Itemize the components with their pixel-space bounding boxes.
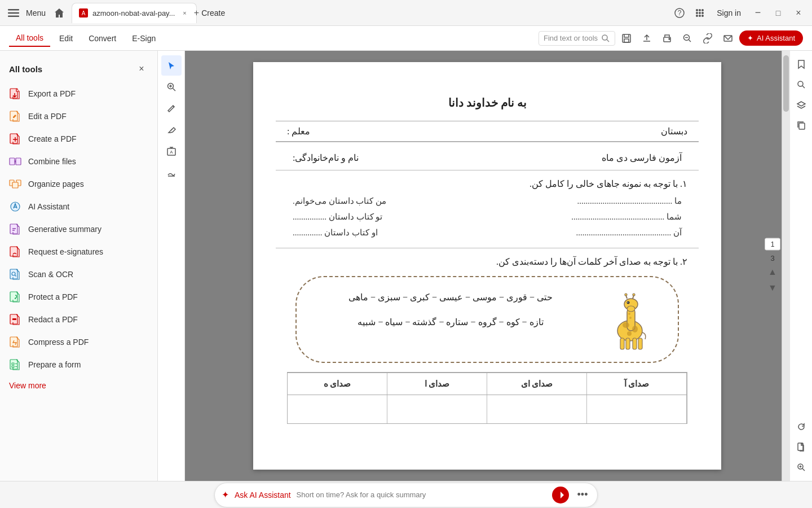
sidebar-item-create-pdf[interactable]: Create a PDF <box>0 128 157 150</box>
svg-text:?: ? <box>678 9 682 17</box>
right-panel-copy-btn[interactable] <box>792 116 810 134</box>
sidebar-item-export-pdf[interactable]: Export a PDF <box>0 82 157 105</box>
pdf-scroll-area[interactable]: به نام خداوند دانا دبستان معلم : آزمون ف… <box>185 51 789 481</box>
ai-chat-box[interactable]: ✦ Ask AI Assistant ••• <box>214 483 598 507</box>
sidebar-item-compress-pdf[interactable]: Compress a PDF <box>0 331 157 353</box>
pdf-fill-row-3: آن .....................................… <box>287 227 687 238</box>
pdf-fill-left-3: آن .....................................… <box>576 227 682 238</box>
zoom-tool-button[interactable] <box>161 77 182 97</box>
link-button[interactable] <box>699 29 717 47</box>
pdf-cell-a-1 <box>587 395 687 423</box>
svg-line-48 <box>173 89 175 91</box>
browser-tab[interactable]: A azmoon-nobat-aval-pay... × <box>72 3 197 23</box>
sidebar-item-generative-summary[interactable]: Generative summary <box>0 218 157 240</box>
scroll-down-button[interactable]: ▼ <box>766 282 779 294</box>
signature-tool-button[interactable] <box>161 163 182 183</box>
svg-point-8 <box>696 12 698 14</box>
pdf-cloud-box: حتی − قوری − موسی − عیسی − کبری − سبزی −… <box>295 276 679 363</box>
mini-tool-panel: A <box>158 51 185 481</box>
text-tool-button[interactable]: A <box>161 141 182 161</box>
pdf-page: به نام خداوند دانا دبستان معلم : آزمون ف… <box>253 62 721 470</box>
zoom-button[interactable] <box>678 29 696 47</box>
pencil-tool-button[interactable] <box>161 98 182 119</box>
pdf-cell-alef-1 <box>387 395 487 423</box>
tab-edit[interactable]: Edit <box>52 30 80 46</box>
svg-rect-16 <box>623 34 630 42</box>
sidebar-item-request-e-signatures[interactable]: Request e-signatures <box>0 240 157 263</box>
sidebar-item-edit-pdf[interactable]: Edit a PDF <box>0 105 157 128</box>
ai-send-button[interactable] <box>552 487 569 503</box>
right-panel-search-btn[interactable] <box>792 76 810 94</box>
scroll-up-button[interactable]: ▲ <box>766 266 779 278</box>
pdf-table-row-empty <box>288 395 687 423</box>
svg-line-75 <box>802 86 805 88</box>
edit-pdf-icon <box>9 110 21 122</box>
sidebar-item-scan-ocr[interactable]: Scan & OCR <box>0 263 157 286</box>
home-button[interactable] <box>51 5 67 21</box>
browser-actions: ? Sign in − □ × <box>672 5 806 21</box>
svg-line-15 <box>607 40 609 42</box>
ai-chat-label: Ask AI Assistant <box>235 491 291 500</box>
email-button[interactable] <box>719 29 737 47</box>
svg-point-9 <box>699 12 701 14</box>
combine-files-label: Combine files <box>28 157 76 166</box>
view-more-link[interactable]: View more <box>0 376 157 395</box>
print-button[interactable] <box>658 29 676 47</box>
pdf-fill-row-2: شما ....................................… <box>287 212 687 222</box>
svg-rect-71 <box>638 338 642 349</box>
sign-in-button[interactable]: Sign in <box>712 6 745 20</box>
sidebar-item-ai-assistant[interactable]: AI Assistant <box>0 195 157 218</box>
select-tool-button[interactable] <box>161 55 182 76</box>
pdf-col-he: صدای ه <box>288 373 387 395</box>
ai-icon: ✦ <box>747 34 753 42</box>
save-button[interactable] <box>617 29 636 47</box>
sidebar-item-prepare-form[interactable]: Prepare a form <box>0 353 157 376</box>
right-panel-bookmark-btn[interactable] <box>792 55 810 73</box>
protect-pdf-icon <box>9 291 21 303</box>
maximize-button[interactable]: □ <box>770 5 786 21</box>
svg-point-65 <box>623 322 629 328</box>
close-window-button[interactable]: × <box>791 5 806 21</box>
find-text-box[interactable]: Find text or tools <box>539 31 615 46</box>
scrollbar-thumb[interactable] <box>783 55 789 112</box>
svg-rect-41 <box>10 337 17 347</box>
upload-button[interactable] <box>638 29 656 47</box>
right-panel-refresh-btn[interactable] <box>792 418 810 436</box>
svg-rect-40 <box>12 318 16 320</box>
minimize-button[interactable]: − <box>750 5 766 21</box>
svg-rect-0 <box>8 9 19 11</box>
browser-menu-button[interactable] <box>6 5 21 21</box>
scrollbar-track[interactable] <box>782 51 789 481</box>
apps-button[interactable] <box>692 5 708 21</box>
right-panel-layer-btn[interactable] <box>792 96 810 114</box>
svg-point-73 <box>629 317 632 319</box>
pdf-q1-text: ۱. با توجه به نمونه جاهای خالی را کامل ک… <box>287 178 687 189</box>
tab-close-button[interactable]: × <box>179 8 189 18</box>
sidebar-close-button[interactable]: × <box>135 62 148 76</box>
right-panel-doc-btn[interactable] <box>792 438 810 456</box>
help-button[interactable]: ? <box>672 5 687 21</box>
sidebar-item-combine-files[interactable]: Combine files <box>0 150 157 173</box>
svg-rect-1 <box>8 12 19 14</box>
right-panel-zoom-in-btn[interactable] <box>792 458 810 476</box>
edit-pdf-label: Edit a PDF <box>28 112 67 121</box>
eraser-tool-button[interactable] <box>161 120 182 140</box>
sidebar-item-organize-pages[interactable]: Organize pages <box>0 173 157 195</box>
tab-e-sign[interactable]: E-Sign <box>125 30 162 46</box>
svg-rect-70 <box>633 338 637 349</box>
ai-more-button[interactable]: ••• <box>575 487 590 503</box>
pdf-cloud-text2: تازه − کوه − گروه − ستاره − گذشته − سیاه… <box>314 313 588 331</box>
export-pdf-icon <box>9 87 21 100</box>
sidebar-item-protect-pdf[interactable]: Protect a PDF <box>0 286 157 308</box>
new-tab-button[interactable]: + Create <box>201 5 217 21</box>
tab-convert[interactable]: Convert <box>82 30 123 46</box>
ai-chat-input[interactable] <box>297 491 546 499</box>
pdf-cell-he-1 <box>288 395 387 423</box>
ai-assistant-icon <box>9 200 21 213</box>
pdf-viewer[interactable]: به نام خداوند دانا دبستان معلم : آزمون ف… <box>185 51 789 481</box>
tab-all-tools[interactable]: All tools <box>9 30 50 47</box>
sidebar-item-redact-pdf[interactable]: Redact a PDF <box>0 308 157 331</box>
ai-assistant-button[interactable]: ✦ AI Assistant <box>739 30 803 46</box>
svg-rect-76 <box>799 123 805 129</box>
right-panel <box>789 51 812 481</box>
